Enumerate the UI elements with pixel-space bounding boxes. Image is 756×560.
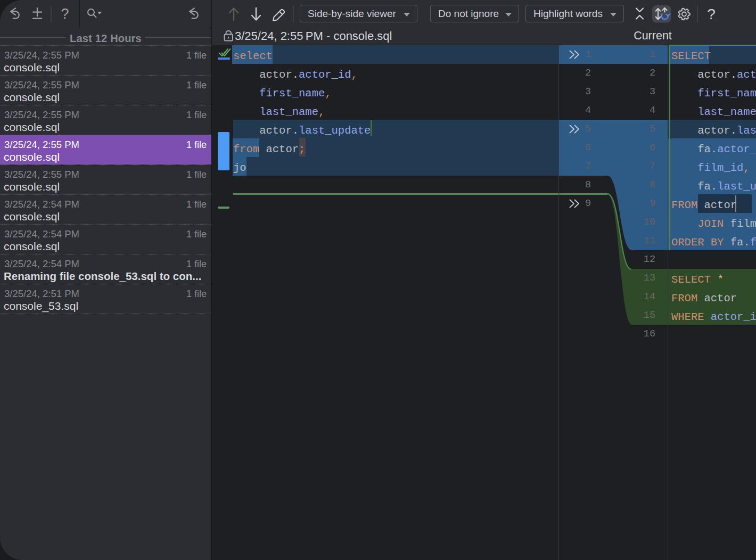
svg-text:?: ? [707, 6, 716, 22]
svg-text:?: ? [61, 6, 69, 22]
